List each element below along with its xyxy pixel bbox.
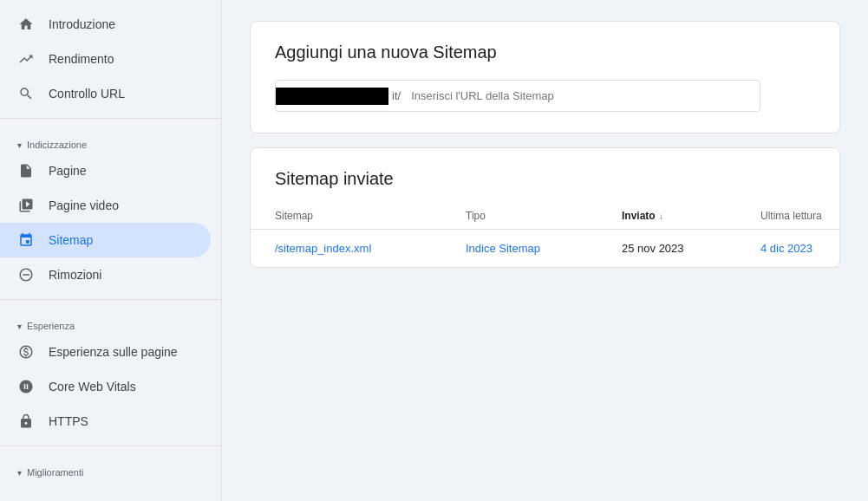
section-indicizzazione: ▾ Indicizzazione <box>0 126 221 153</box>
sidebar-label-core-web-vitals: Core Web Vitals <box>49 380 136 394</box>
file-icon <box>17 162 35 179</box>
sidebar-item-sitemap[interactable]: Sitemap <box>0 223 211 257</box>
col-sitemap: Sitemap <box>275 210 466 222</box>
sitemap-url-prefix <box>276 88 388 105</box>
sitemap-input-row: it/ <box>275 80 760 112</box>
sidebar-item-controllo-url[interactable]: Controllo URL <box>0 76 211 111</box>
col-ultima-lettura: Ultima lettura <box>760 210 840 222</box>
chevron-down-icon: ▾ <box>17 140 22 150</box>
sidebar-label-rendimento: Rendimento <box>49 52 114 66</box>
sidebar-divider-2 <box>0 299 221 300</box>
sidebar-item-core-web-vitals[interactable]: Core Web Vitals <box>0 369 211 404</box>
sidebar-item-esperienza-pagine[interactable]: Esperienza sulle pagine <box>0 335 211 369</box>
sidebar-item-rimozioni[interactable]: Rimozioni <box>0 257 211 292</box>
chevron-down-icon-3: ▾ <box>17 468 22 478</box>
sitemap-table: Sitemap Tipo Inviato ↓ Ultima lettura /s… <box>251 189 839 267</box>
lock-icon <box>17 413 35 430</box>
sort-arrow-icon: ↓ <box>659 211 663 221</box>
section-esperienza: ▾ Esperienza <box>0 307 221 335</box>
cell-sitemap-url[interactable]: /sitemap_index.xml <box>275 242 466 255</box>
sidebar-divider-1 <box>0 118 221 119</box>
col-tipo: Tipo <box>466 210 622 222</box>
trending-up-icon <box>17 50 35 68</box>
sidebar-label-https: HTTPS <box>49 414 88 428</box>
sidebar-item-https[interactable]: HTTPS <box>0 404 211 439</box>
sitemap-icon <box>17 231 35 249</box>
star-circle-icon <box>17 343 35 361</box>
table-row: /sitemap_index.xml Indice Sitemap 25 nov… <box>251 230 839 267</box>
sitemap-url-input[interactable] <box>404 81 760 111</box>
table-header: Sitemap Tipo Inviato ↓ Ultima lettura <box>251 203 839 230</box>
cell-tipo[interactable]: Indice Sitemap <box>466 242 622 255</box>
home-icon <box>17 16 35 33</box>
sidebar-label-introduzione: Introduzione <box>49 17 115 31</box>
sidebar-item-pagine[interactable]: Pagine <box>0 153 211 188</box>
cell-ultima-lettura[interactable]: 4 dic 2023 <box>760 242 840 255</box>
col-inviato: Inviato ↓ <box>622 210 760 222</box>
add-sitemap-card: Aggiungi una nuova Sitemap it/ <box>250 21 840 133</box>
remove-circle-icon <box>17 266 35 283</box>
speed-icon <box>17 378 35 395</box>
sidebar-item-rendimento[interactable]: Rendimento <box>0 42 211 76</box>
sidebar-label-esperienza-pagine: Esperienza sulle pagine <box>49 345 178 359</box>
cell-inviato: 25 nov 2023 <box>622 242 760 255</box>
sidebar-label-sitemap: Sitemap <box>49 233 93 247</box>
add-sitemap-title: Aggiungi una nuova Sitemap <box>275 42 815 62</box>
sidebar-label-rimozioni: Rimozioni <box>49 268 101 282</box>
sidebar-label-pagine: Pagine <box>49 164 87 178</box>
sidebar-item-pagine-video[interactable]: Pagine video <box>0 188 211 223</box>
file-video-icon <box>17 197 35 214</box>
sidebar-label-pagine-video: Pagine video <box>49 198 119 212</box>
chevron-down-icon-2: ▾ <box>17 322 22 331</box>
main-content: Aggiungi una nuova Sitemap it/ Sitemap i… <box>222 0 868 501</box>
sidebar-label-controllo-url: Controllo URL <box>49 87 125 101</box>
section-miglioramenti: ▾ Miglioramenti <box>0 453 221 481</box>
sitemap-inviate-title: Sitemap inviate <box>251 148 839 189</box>
sidebar-item-introduzione[interactable]: Introduzione <box>0 7 211 42</box>
sitemap-slash: it/ <box>388 81 404 111</box>
sidebar: Introduzione Rendimento Controllo URL ▾ … <box>0 0 222 501</box>
search-icon <box>17 85 35 102</box>
sidebar-divider-3 <box>0 446 221 446</box>
sitemap-inviate-card: Sitemap inviate Sitemap Tipo Inviato ↓ U… <box>250 147 840 268</box>
